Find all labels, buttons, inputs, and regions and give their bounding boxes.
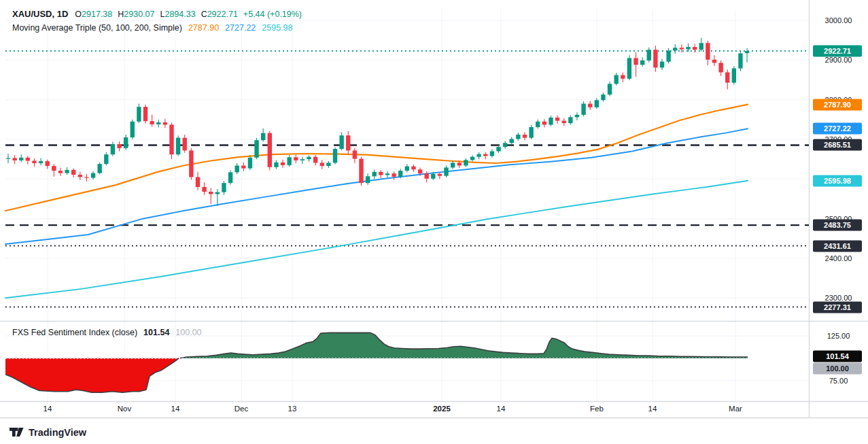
price-axis-badge: 2595.98 <box>813 175 862 186</box>
indicator-value: 101.54 <box>143 328 169 338</box>
tradingview-logo-text: TradingView <box>29 427 86 438</box>
ohlc-low: L2894.33 <box>160 10 196 20</box>
ma-legend[interactable]: Moving Average Triple (50, 100, 200, Sim… <box>12 23 292 33</box>
time-axis-label: Dec <box>235 405 248 413</box>
time-axis-label: 14 <box>171 405 180 413</box>
price-axis-label: 3000.00 <box>809 16 868 24</box>
change-value: +5.44 (+0.19%) <box>243 10 302 20</box>
time-axis[interactable]: 14Nov14Dec13202514Feb14Mar <box>0 401 809 417</box>
ohlc-open: O2917.38 <box>75 10 112 20</box>
indicator-axis-badge: 100.00 <box>813 363 862 375</box>
price-axis-badge: 2787.90 <box>813 99 862 110</box>
time-axis-label: 14 <box>44 405 52 413</box>
time-axis-label: 2025 <box>433 405 451 413</box>
symbol-legend: XAU/USD, 1D O2917.38 H2930.07 L2894.33 C… <box>12 9 302 20</box>
tradingview-logo-icon <box>10 426 24 439</box>
price-axis-label: 2900.00 <box>809 56 868 64</box>
ohlc-close: C2922.71 <box>201 10 238 20</box>
indicator-axis-label: 75.00 <box>809 377 868 385</box>
time-axis-label: 14 <box>497 405 506 413</box>
indicator-axis-label: 125.00 <box>809 332 868 340</box>
price-axis-badge: 2685.51 <box>813 139 862 151</box>
ma-legend-label: Moving Average Triple (50, 100, 200, Sim… <box>12 23 182 33</box>
tradingview-logo[interactable]: TradingView <box>10 426 86 439</box>
symbol-title[interactable]: XAU/USD, 1D <box>12 9 68 19</box>
price-axis-badge: 2922.71 <box>813 46 862 57</box>
price-axis-label: 2400.00 <box>809 254 868 262</box>
price-axis[interactable]: 3000.002900.002800.002700.002600.002500.… <box>809 0 868 417</box>
ohlc-high: H2930.07 <box>118 10 154 20</box>
price-axis-badge: 2431.61 <box>813 240 862 252</box>
chart-canvas[interactable] <box>0 0 868 444</box>
price-axis-badge: 2727.22 <box>813 123 862 135</box>
time-axis-label: Feb <box>590 405 604 413</box>
indicator-axis-badge: 101.54 <box>813 351 862 362</box>
indicator-legend[interactable]: FXS Fed Sentiment Index (close) 101.54 1… <box>12 328 202 338</box>
chart-root: XAU/USD, 1D O2917.38 H2930.07 L2894.33 C… <box>0 0 868 444</box>
price-axis-badge: 2277.31 <box>813 301 862 313</box>
price-axis-badge: 2483.75 <box>813 220 862 231</box>
indicator-baseline-value: 100.00 <box>175 328 201 338</box>
time-axis-label: 14 <box>648 405 657 413</box>
time-axis-label: Mar <box>729 405 742 413</box>
indicator-legend-label: FXS Fed Sentiment Index (close) <box>12 328 137 338</box>
ma200-value: 2595.98 <box>262 23 292 33</box>
ma50-value: 2787.90 <box>188 23 219 33</box>
time-axis-label: Nov <box>118 405 131 413</box>
time-axis-label: 13 <box>288 405 297 413</box>
ma100-value: 2727.22 <box>225 23 256 33</box>
